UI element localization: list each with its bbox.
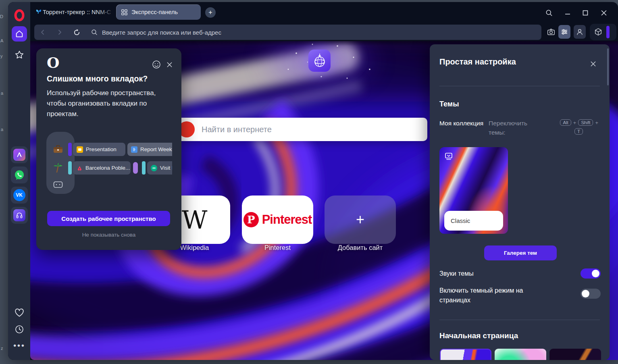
theme-shortcut-keys: Alt + Shift + T xyxy=(546,119,598,135)
dont-show-again-link[interactable]: Не показывать снова xyxy=(36,232,181,238)
desktop-icon-text: A xyxy=(0,38,3,43)
clock-icon xyxy=(15,324,24,334)
workspace-tab-barcelona: Barcelona Poble... xyxy=(73,161,131,175)
panel-scrollbar[interactable] xyxy=(607,48,609,85)
minimize-icon xyxy=(564,9,571,17)
forward-button[interactable] xyxy=(54,29,65,35)
theme-gallery-button[interactable]: Галерея тем xyxy=(484,245,557,260)
extensions-cube-button[interactable] xyxy=(594,27,603,36)
close-icon xyxy=(590,60,597,67)
sidebar-home-button[interactable] xyxy=(12,26,27,42)
airbnb-icon xyxy=(77,165,83,171)
chevron-right-icon xyxy=(56,29,63,35)
web-search-bar[interactable] xyxy=(171,118,427,141)
star-icon xyxy=(14,50,25,60)
workspace-tab-report: Report Weekly xyxy=(127,143,172,156)
desktop-icon-text: D xyxy=(0,14,3,19)
home-icon xyxy=(15,29,24,38)
divider xyxy=(439,320,600,320)
switch-themes-label: Переключить темы: xyxy=(489,119,545,137)
address-bar[interactable] xyxy=(34,25,541,40)
divider xyxy=(439,86,600,86)
start-page-thumb[interactable] xyxy=(495,349,546,360)
easy-setup-button[interactable] xyxy=(558,25,570,39)
sidebar-bookmarks-button[interactable] xyxy=(13,49,25,61)
toggle-knob xyxy=(582,290,589,297)
workspaces-illustration: Presentation Report Weekly Barcelona Pob… xyxy=(46,131,172,196)
wikipedia-logo: W xyxy=(182,205,208,235)
sidebar-vk-button[interactable]: VK xyxy=(11,187,28,204)
reload-icon xyxy=(73,29,81,36)
browser-window: VK ●●● Торрент-трекер :: NNM-C xyxy=(8,2,618,360)
window-maximize-button[interactable] xyxy=(580,8,591,18)
tile-pinterest[interactable]: P Pinterest xyxy=(242,196,313,244)
workspace-pill-indicator xyxy=(133,162,138,174)
snapshot-button[interactable] xyxy=(545,25,557,39)
desktop-icon-text: a xyxy=(1,127,3,132)
popup-close-button[interactable] xyxy=(164,60,174,69)
tab-bar: Торрент-трекер :: NNM-C Экспресс-панель … xyxy=(30,2,618,23)
gamepad-icon xyxy=(52,179,64,191)
theme-name-pill[interactable]: Classic xyxy=(444,211,503,231)
workspace-indicator xyxy=(68,143,72,156)
sidebar-more-button[interactable]: ●●● xyxy=(11,341,27,349)
my-collection-tab[interactable]: Моя коллекция xyxy=(439,119,485,128)
new-tab-button[interactable]: + xyxy=(205,7,216,18)
ellipsis-icon: ●●● xyxy=(13,342,25,348)
headphones-icon xyxy=(13,209,25,221)
reload-button[interactable] xyxy=(71,29,82,36)
window-minimize-button[interactable] xyxy=(562,8,573,18)
pinterest-wordmark: Pinterest xyxy=(262,212,312,227)
address-input[interactable] xyxy=(102,29,465,36)
maximize-icon xyxy=(582,9,589,17)
sidebar-likes-button[interactable] xyxy=(14,308,25,318)
sidebar-whatsapp-button[interactable] xyxy=(11,166,28,183)
pinterest-logo-icon: P xyxy=(243,212,259,227)
tab-search-button[interactable] xyxy=(544,8,554,18)
start-page-thumb-selected[interactable] xyxy=(440,349,491,360)
theme-card-classic[interactable]: Classic xyxy=(439,147,508,234)
slides-doc-icon xyxy=(77,146,83,153)
feedback-smiley-button[interactable] xyxy=(152,60,161,69)
web-search-input[interactable] xyxy=(202,118,411,141)
panel-close-button[interactable] xyxy=(588,59,598,69)
sidebar-player-button[interactable] xyxy=(11,207,28,224)
workspace-tab-presentation: Presentation xyxy=(73,143,125,156)
sidebar-history-button[interactable] xyxy=(14,324,25,335)
profile-button[interactable] xyxy=(574,25,586,39)
start-page-thumb[interactable] xyxy=(549,349,601,360)
window-close-button[interactable] xyxy=(599,8,609,18)
opera-logo-icon xyxy=(14,9,25,22)
tile-add-site[interactable]: + xyxy=(325,196,396,244)
camera-icon xyxy=(547,27,556,36)
sliders-icon xyxy=(560,28,568,36)
tab-torrent[interactable]: Торрент-трекер :: NNM-C xyxy=(43,9,115,15)
dark-mode-label: Включить темный режим на страницах xyxy=(439,286,548,305)
tab-speed-dial-label: Экспресс-панель xyxy=(131,9,178,15)
shuffle-disco-button[interactable] xyxy=(308,50,331,72)
close-icon xyxy=(166,61,173,68)
search-icon xyxy=(545,9,553,17)
easy-setup-panel: Простая настройка Темы Моя коллекция Пер… xyxy=(430,44,610,360)
theme-sounds-toggle[interactable] xyxy=(581,268,601,279)
briefcase-icon xyxy=(52,143,64,155)
start-page-heading: Начальная страница xyxy=(439,331,518,340)
wallpaper-badge-icon xyxy=(444,152,453,161)
opera-menu-button[interactable] xyxy=(13,8,26,22)
address-search-icon xyxy=(89,29,100,36)
workspace-indicator xyxy=(68,161,72,175)
back-button[interactable] xyxy=(37,29,48,35)
create-workspace-button[interactable]: Создать рабочее пространство xyxy=(47,211,170,226)
close-icon xyxy=(600,9,608,17)
speed-dial-grid-icon xyxy=(121,9,128,16)
tripadvisor-icon xyxy=(151,165,157,171)
smiley-icon xyxy=(152,60,161,69)
sidebar-aria-button[interactable] xyxy=(11,146,28,163)
tab-speed-dial[interactable]: Экспресс-панель xyxy=(116,4,201,20)
key-alt: Alt xyxy=(560,119,571,126)
workspaces-popup: O Слишком много вкладок? Используй рабоч… xyxy=(36,48,181,250)
popup-body: Используй рабочие пространства, чтобы ор… xyxy=(47,88,168,119)
start-page: W P Pinterest + Wikipedia Pinterest Доба… xyxy=(30,41,618,360)
dark-mode-toggle[interactable] xyxy=(581,289,601,299)
panel-scroll-indicator[interactable] xyxy=(606,26,610,38)
